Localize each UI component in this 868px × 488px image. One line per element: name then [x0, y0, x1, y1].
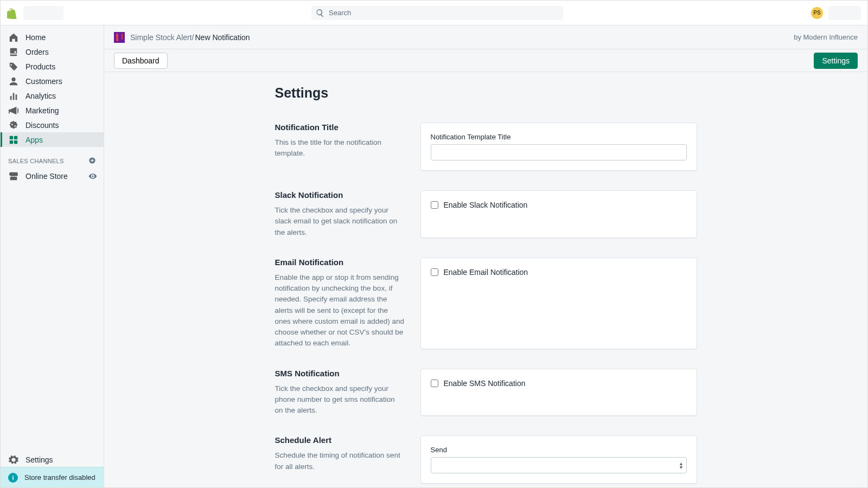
breadcrumb-app[interactable]: Simple Stock Alert	[130, 33, 192, 42]
discounts-icon	[8, 120, 19, 130]
settings-wrap: Settings Notification Title This is the …	[275, 85, 697, 487]
sidebar-item-discounts[interactable]: Discounts	[1, 118, 104, 132]
products-icon	[8, 62, 19, 72]
content-area: Simple Stock Alert / New Notification by…	[104, 25, 867, 487]
section-heading: Notification Title	[275, 123, 405, 132]
sidebar-item-label: Products	[25, 62, 55, 71]
store-name-pill[interactable]	[23, 6, 63, 20]
sidebar-item-settings[interactable]: Settings	[1, 452, 104, 467]
shopify-logo-icon	[7, 8, 17, 18]
primary-nav: Home Orders Products Customers Analytics…	[1, 25, 104, 183]
apps-icon	[8, 135, 19, 145]
sidebar-item-label: Marketing	[25, 106, 59, 115]
orders-icon	[8, 47, 19, 57]
account-menu[interactable]	[828, 6, 861, 20]
dashboard-button[interactable]: Dashboard	[114, 53, 168, 69]
section-info: Email Notification Enable the app or sto…	[275, 258, 405, 349]
section-notification-title: Notification Title This is the title for…	[275, 113, 697, 181]
sales-channels-header: SALES CHANNELS	[1, 147, 104, 169]
notice-label: Store transfer disabled	[24, 473, 95, 481]
breadcrumb-separator: /	[192, 33, 194, 42]
gear-icon	[8, 455, 19, 465]
app-header: Simple Stock Alert / New Notification by…	[104, 25, 867, 49]
select-wrap: ▴▾	[431, 457, 687, 473]
sidebar-item-label: Analytics	[25, 92, 56, 100]
page-title: Settings	[275, 85, 697, 101]
sidebar-item-label: Customers	[25, 77, 62, 86]
settings-button[interactable]: Settings	[814, 53, 858, 69]
section-heading: Slack Notification	[275, 190, 405, 200]
email-checkbox[interactable]	[431, 268, 438, 276]
field-label: Notification Template Title	[431, 133, 687, 141]
card-schedule: Send ▴▾	[420, 435, 697, 484]
section-desc: Tick the checkbox and specify your phone…	[275, 383, 405, 416]
app-by-text: by Modern Influence	[794, 33, 858, 41]
section-info: Notification Title This is the title for…	[275, 123, 405, 171]
store-transfer-notice: i Store transfer disabled	[1, 467, 104, 487]
sidebar-item-analytics[interactable]: Analytics	[1, 88, 104, 103]
sidebar-item-online-store[interactable]: Online Store	[1, 169, 104, 183]
sidebar-item-apps[interactable]: Apps	[1, 132, 104, 147]
sidebar-item-label: Online Store	[25, 172, 68, 181]
slack-checkbox[interactable]	[431, 201, 438, 209]
section-heading: Schedule Alert	[275, 435, 405, 445]
section-email: Email Notification Enable the app or sto…	[275, 248, 697, 359]
marketing-icon	[8, 106, 19, 115]
sidebar-item-orders[interactable]: Orders	[1, 44, 104, 59]
home-icon	[8, 33, 19, 42]
notification-title-input[interactable]	[431, 144, 687, 160]
breadcrumb-page: New Notification	[195, 33, 250, 42]
checkbox-label: Enable SMS Notification	[444, 379, 526, 388]
section-heading: Email Notification	[275, 258, 405, 267]
checkbox-label: Enable Slack Notification	[444, 201, 528, 209]
search-icon	[316, 9, 324, 17]
section-info: Schedule Alert Schedule the timing of no…	[275, 435, 405, 484]
section-heading: SMS Notification	[275, 369, 405, 378]
section-info: SMS Notification Tick the checkbox and s…	[275, 369, 405, 416]
section-slack: Slack Notification Tick the checkbox and…	[275, 181, 697, 248]
card-slack: Enable Slack Notification	[420, 190, 697, 238]
card-email: Enable Email Notification	[420, 258, 697, 349]
search-wrap	[311, 6, 563, 20]
sidebar-item-label: Home	[25, 33, 46, 42]
select-caret-icon: ▴▾	[680, 461, 682, 469]
app-sub-bar: Dashboard Settings	[104, 49, 867, 72]
analytics-icon	[8, 91, 19, 101]
customers-icon	[8, 76, 19, 86]
store-icon	[8, 171, 19, 181]
checkbox-label: Enable Email Notification	[444, 268, 528, 277]
section-desc: This is the title for the notification t…	[275, 137, 405, 159]
section-desc: Schedule the timing of notification sent…	[275, 450, 405, 472]
sms-checkbox[interactable]	[431, 380, 438, 387]
sidebar-item-label: Settings	[25, 455, 53, 464]
slack-checkbox-row[interactable]: Enable Slack Notification	[431, 201, 687, 209]
avatar[interactable]: PS	[811, 7, 823, 19]
add-channel-icon[interactable]	[88, 157, 96, 165]
schedule-select[interactable]	[431, 457, 687, 473]
section-header-label: SALES CHANNELS	[8, 158, 64, 164]
view-store-icon[interactable]	[88, 172, 97, 181]
field-label: Send	[431, 446, 687, 454]
sidebar: Home Orders Products Customers Analytics…	[1, 25, 104, 487]
sidebar-item-marketing[interactable]: Marketing	[1, 103, 104, 118]
card-notification-title: Notification Template Title	[420, 123, 697, 171]
app-icon	[114, 32, 125, 43]
search-input[interactable]	[311, 6, 563, 20]
section-desc: Enable the app or stop it from sending n…	[275, 272, 405, 349]
topbar: PS	[1, 1, 867, 25]
sidebar-item-label: Discounts	[25, 121, 59, 130]
sidebar-bottom: Settings i Store transfer disabled	[1, 452, 104, 487]
info-icon: i	[8, 473, 18, 483]
section-desc: Tick the checkbox and specify your slack…	[275, 205, 405, 238]
topbar-right: PS	[811, 6, 861, 20]
sidebar-item-customers[interactable]: Customers	[1, 74, 104, 88]
sidebar-item-label: Apps	[25, 136, 43, 144]
sidebar-item-products[interactable]: Products	[1, 59, 104, 74]
sidebar-item-home[interactable]: Home	[1, 30, 104, 44]
email-checkbox-row[interactable]: Enable Email Notification	[431, 268, 687, 277]
sms-checkbox-row[interactable]: Enable SMS Notification	[431, 379, 687, 388]
app-viewport: { "topbar": { "search_placeholder": "Sea…	[0, 0, 868, 488]
card-sms: Enable SMS Notification	[420, 369, 697, 416]
section-schedule: Schedule Alert Schedule the timing of no…	[275, 426, 697, 487]
section-sms: SMS Notification Tick the checkbox and s…	[275, 359, 697, 426]
